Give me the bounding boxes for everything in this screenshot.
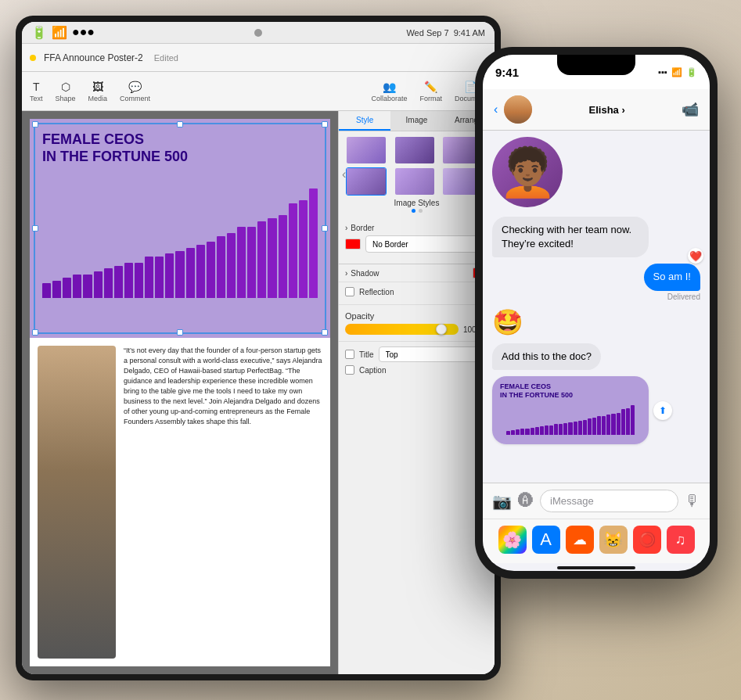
bar	[124, 263, 133, 298]
add-doc-row: Add this to the doc?	[492, 343, 700, 370]
preview-bar	[583, 420, 587, 436]
bar	[289, 203, 297, 298]
imessage-placeholder: iMessage	[550, 495, 594, 507]
bar	[268, 218, 276, 298]
preview-bar	[545, 425, 549, 435]
handle-ml[interactable]	[32, 225, 38, 232]
handle-tl[interactable]	[32, 121, 38, 127]
wifi-icon: 📶	[671, 67, 682, 77]
shadow-label-text: Shadow	[351, 269, 379, 278]
messages-body: 🧑🏾‍🦱 Checking with her team now. They’re…	[483, 131, 710, 483]
keynote-toolbar: T Text ⬡ Shape 🖼 Media 💬 Comment 👥 Colla…	[22, 72, 495, 111]
camera-icon[interactable]: 📷	[492, 492, 512, 511]
handle-bl[interactable]	[32, 329, 38, 336]
preview-bar	[520, 429, 524, 435]
bar	[279, 215, 287, 298]
bar	[114, 266, 123, 299]
style-thumb-2[interactable]	[394, 136, 435, 164]
chart-title-line2: IN THE FORTUNE 500	[42, 149, 188, 164]
handle-tm[interactable]	[177, 121, 183, 127]
tool-comment[interactable]: 💬 Comment	[120, 81, 150, 102]
slide-area: FEMALE CEOs IN THE FORTUNE 500	[22, 111, 338, 674]
style-thumb-4[interactable]	[346, 167, 387, 196]
add-doc-message: Add this to the doc?	[492, 343, 601, 370]
chart-preview-title: FEMALE CEOs IN THE FORTUNE 500	[500, 382, 641, 400]
image-styles-label: Image Styles	[346, 199, 487, 207]
reflection-row: Reflection	[345, 287, 488, 296]
shape-icon: ⬡	[61, 81, 70, 93]
dock-photos[interactable]: 🌸	[498, 526, 527, 554]
ipad: 🔋 📶 ●●● Wed Sep 7 9:41 AM FFA Announce P…	[16, 16, 501, 680]
ipad-top-left: 🔋 📶 ●●●	[31, 25, 141, 40]
preview-bar	[617, 413, 620, 436]
emoji-row: 🤩	[492, 307, 700, 337]
chart-preview-bubble: FEMALE CEOs IN THE FORTUNE 500	[492, 376, 649, 445]
dock-clips[interactable]: ⭕	[633, 526, 661, 554]
opacity-thumb[interactable]	[436, 324, 447, 335]
caption-label-text: Caption	[359, 366, 386, 375]
tab-image[interactable]: Image	[390, 111, 442, 131]
handle-mr[interactable]	[322, 225, 328, 232]
format-tabs: Style Image Arrange	[339, 111, 495, 131]
tool-format[interactable]: ✏️ Format	[419, 81, 442, 102]
tool-collaborate[interactable]: 👥 Collaborate	[371, 81, 407, 102]
share-button[interactable]: ⬆	[653, 401, 672, 420]
dot-1[interactable]	[412, 209, 415, 213]
chart-title: FEMALE CEOs IN THE FORTUNE 500	[42, 131, 318, 165]
mic-icon[interactable]: 🎙	[685, 492, 700, 510]
reflection-checkbox[interactable]	[345, 287, 354, 296]
tab-style[interactable]: Style	[339, 111, 390, 131]
border-color-swatch[interactable]	[345, 239, 361, 249]
bar	[227, 233, 236, 298]
handle-tr[interactable]	[322, 121, 328, 127]
title-position-select[interactable]: Top	[379, 346, 488, 362]
shadow-section[interactable]: › Shadow	[339, 264, 495, 282]
received-message-text-1: Checking with her team now. They’re exci…	[502, 224, 631, 249]
title-checkbox[interactable]	[345, 350, 354, 359]
iphone-input-bar: 📷 🅐 iMessage 🎙	[483, 483, 710, 519]
shadow-chevron: ›	[345, 269, 347, 278]
tool-media[interactable]: 🖼 Media	[88, 81, 108, 102]
style-thumb-5[interactable]	[394, 167, 435, 196]
ipad-wifi-icon: 📶	[52, 25, 67, 40]
preview-bar	[540, 426, 544, 435]
tool-text[interactable]: T Text	[30, 81, 43, 102]
handle-br[interactable]	[322, 329, 328, 336]
bar	[145, 257, 153, 298]
caption-checkbox[interactable]	[345, 365, 354, 375]
style-thumb-1[interactable]	[346, 136, 387, 164]
bottom-section: “It’s not every day that the founder of …	[30, 338, 330, 666]
opacity-row: 100%	[345, 324, 488, 335]
preview-bar	[554, 424, 558, 435]
tool-shape[interactable]: ⬡ Shape	[56, 81, 76, 102]
home-indicator[interactable]	[557, 566, 635, 569]
facetime-button[interactable]: 📹	[682, 101, 699, 118]
contact-avatar[interactable]	[504, 95, 532, 124]
preview-bar	[563, 423, 567, 435]
chart-preview-wrapper: FEMALE CEOs IN THE FORTUNE 500 ⬆	[492, 376, 649, 445]
person-silhouette	[38, 346, 116, 659]
bar	[94, 271, 103, 298]
keynote-dot	[30, 55, 36, 61]
keynote-titlebar: FFA Announce Poster-2 Edited	[22, 44, 495, 72]
dock-animoji[interactable]: 😸	[599, 526, 628, 554]
contact-name[interactable]: Elisha ›	[538, 104, 675, 116]
bar	[83, 275, 92, 298]
appstore-icon[interactable]: 🅐	[518, 492, 534, 510]
dock-soundcloud[interactable]: ☁	[566, 526, 594, 554]
dot-2[interactable]	[419, 209, 423, 213]
opacity-slider[interactable]	[345, 324, 459, 335]
back-button[interactable]: ‹	[494, 102, 498, 117]
imessage-input[interactable]: iMessage	[540, 490, 678, 512]
ipad-top-right: Wed Sep 7 9:41 AM	[376, 28, 485, 38]
bar	[165, 253, 174, 298]
handle-bm[interactable]	[177, 329, 183, 336]
reflection-section: Reflection	[339, 282, 495, 305]
image-styles-container: Image Styles	[346, 136, 487, 213]
dock-music[interactable]: ♫	[667, 526, 695, 554]
chart-preview-title-1: FEMALE CEOs	[500, 382, 551, 390]
keynote-title: FFA Announce Poster-2	[44, 52, 143, 63]
border-select[interactable]: No Border	[365, 235, 488, 253]
article-text-content: “It’s not every day that the founder of …	[124, 346, 322, 425]
dock-appstore[interactable]: A	[532, 526, 560, 554]
